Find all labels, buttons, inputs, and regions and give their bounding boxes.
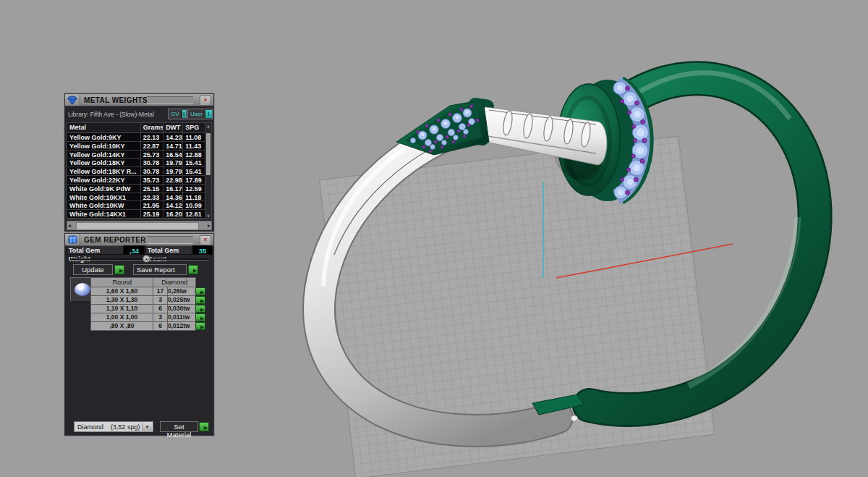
metal-cell: Yellow Gold:10KY (67, 142, 141, 150)
gem-size-slider[interactable]: ▴ (70, 258, 209, 261)
metal-cell: Yellow Gold:14KY (67, 151, 141, 159)
metal-cell: 21.95 (141, 201, 163, 209)
gc-size: ,80 X ,80 (91, 322, 153, 330)
scroll-right-icon[interactable]: ▸ (208, 221, 210, 229)
metal-cell: 30.78 (141, 167, 163, 175)
metal-table-row[interactable]: Yellow Gold:14KY25.7316.5412.88 (67, 151, 208, 159)
metal-table: Metal Grams DWT SPG Yellow Gold:9KY22.13… (67, 122, 208, 219)
metal-table-row[interactable]: Yellow Gold:22KY35.7322.9817.89 (67, 176, 208, 185)
metal-table-row[interactable]: White Gold:10KW21.9514.1210.99 (67, 201, 208, 210)
scroll-down-icon[interactable]: ∨ (205, 213, 211, 218)
metal-cell: 11.43 (183, 142, 208, 150)
metal-cell: 16.20 (163, 210, 183, 218)
gem-table-row[interactable]: 1,10 X 1,1060,030tw▶ (90, 304, 196, 313)
metal-table-row[interactable]: White Gold:14K PdW28.7018.4614.37 (67, 219, 208, 219)
gc-count: 17 (153, 287, 168, 295)
gem-table-rows: 1,60 X 1,60170,26tw▶1,30 X 1,3030,025tw▶… (90, 287, 196, 331)
save-report-button[interactable]: Save Report (133, 264, 187, 275)
gc-weight: 0,030tw (168, 305, 187, 313)
metal-table-row[interactable]: White Gold:10KX122.3314.3611.18 (67, 193, 208, 202)
gem-row-apply-button[interactable]: ▶ (195, 313, 205, 321)
gc-count: 6 (153, 322, 168, 330)
scroll-up-icon[interactable]: ∧ (205, 124, 211, 129)
metal-table-vscrollbar[interactable]: ∧ ∨ (205, 122, 212, 219)
metal-cell: Yellow Gold:18KY R... (67, 167, 141, 175)
metal-table-row[interactable]: Yellow Gold:18KY R...30.7819.7915.41 (67, 167, 208, 176)
gc-weight: 0,025tw (168, 296, 187, 304)
metal-cell: 30.78 (141, 159, 163, 166)
gem-reporter-titlebar[interactable]: GEM REPORTER × (65, 234, 213, 246)
gem-table-row[interactable]: 1,30 X 1,3030,025tw▶ (90, 295, 196, 304)
user-library-toggle[interactable]: User I (187, 109, 213, 119)
metal-cell: 25.15 (141, 185, 163, 193)
titlebar-grip (147, 96, 193, 104)
dropdown-arrow-icon[interactable]: ▼ (142, 423, 152, 431)
material-dropdown[interactable]: Diamond (3,52 spg) ▼ (74, 421, 153, 432)
metal-cell: 22.13 (141, 133, 163, 141)
gc-weight: 0,011tw (168, 313, 187, 321)
metal-cell: 10.99 (183, 201, 208, 209)
metal-table-hscrollbar[interactable]: ◂ ▸ (67, 221, 212, 230)
metal-cell: 17.89 (183, 176, 208, 184)
metal-table-row[interactable]: White Gold:9K PdW25.1516.1712.59 (67, 185, 208, 193)
metal-cell: Yellow Gold:22KY (67, 176, 141, 184)
metal-cell: 16.54 (163, 151, 183, 159)
app-screen: METAL WEIGHTS × Library: Fifth Ave - (Sl… (0, 0, 868, 477)
gv-toggle-indicator[interactable]: I (182, 110, 186, 118)
panel-title: METAL WEIGHTS (80, 96, 148, 104)
total-gem-weight-value: ,34 (124, 245, 145, 255)
metal-cell: Yellow Gold:9KY (67, 133, 141, 141)
close-icon[interactable]: × (200, 235, 211, 245)
metal-cell: 15.41 (183, 159, 208, 166)
metal-cell: White Gold:14KX1 (67, 210, 141, 218)
metal-cell: 14.71 (163, 142, 183, 150)
metal-cell: 19.79 (163, 159, 183, 166)
metal-weights-panel: METAL WEIGHTS × Library: Fifth Ave - (Sl… (64, 93, 215, 232)
gem-row-apply-button[interactable]: ▶ (195, 322, 205, 330)
set-material-button[interactable]: Set Material (160, 421, 198, 432)
scroll-left-icon[interactable]: ◂ (68, 221, 71, 229)
user-toggle-indicator[interactable]: I (205, 110, 212, 118)
gem-table-row[interactable]: 1,00 X 1,0030,011tw▶ (90, 313, 196, 321)
metal-cell: 22.98 (163, 176, 183, 184)
gem-table-header: Round Diamond (90, 277, 196, 287)
gc-weight: 0,26tw (168, 287, 187, 295)
save-report-run-button[interactable]: ▶ (188, 265, 198, 274)
metal-table-row[interactable]: Yellow Gold:9KY22.1314.2311.08 (67, 133, 208, 142)
gem-table-row[interactable]: ,80 X ,8060,012tw▶ (90, 321, 196, 331)
gem-table: Round Diamond 1,60 X 1,60170,26tw▶1,30 X… (90, 277, 196, 331)
slider-knob[interactable]: ▴ (142, 255, 150, 263)
gc-count: 3 (153, 313, 168, 321)
update-button[interactable]: Update (73, 264, 113, 275)
metal-cell: 16.17 (163, 185, 183, 193)
gem-row-apply-button[interactable]: ▶ (195, 287, 205, 295)
metal-cell: Yellow Gold:18KY (67, 159, 141, 166)
total-gem-count-value: 35 (192, 245, 213, 255)
metal-weights-titlebar[interactable]: METAL WEIGHTS × (65, 94, 213, 106)
metal-weights-icon (65, 94, 80, 106)
metal-cell: 14.37 (183, 219, 208, 219)
metal-cell: 11.08 (183, 133, 208, 141)
gv-library-toggle[interactable]: GV I (168, 109, 187, 119)
update-run-button[interactable]: ▶ (114, 265, 124, 274)
metal-cell: 25.73 (141, 151, 163, 159)
metal-table-row[interactable]: Yellow Gold:18KY30.7819.7915.41 (67, 159, 208, 167)
metal-cell: 14.36 (163, 193, 183, 201)
gc-size: 1,60 X 1,60 (91, 287, 153, 295)
gem-row-apply-button[interactable]: ▶ (195, 305, 205, 313)
metal-cell: 19.79 (163, 167, 183, 175)
hscroll-thumb[interactable] (76, 222, 199, 230)
close-icon[interactable]: × (200, 96, 211, 106)
gem-row-apply-button[interactable]: ▶ (195, 296, 205, 304)
metal-cell: White Gold:9K PdW (67, 185, 141, 193)
metal-table-row[interactable]: White Gold:14KX125.1916.2012.61 (67, 210, 208, 219)
gc-count: 6 (153, 305, 168, 313)
gc-size: 1,30 X 1,30 (91, 296, 153, 304)
metal-cell: 15.41 (183, 167, 208, 175)
gc-weight: 0,012tw (168, 322, 187, 330)
gem-table-row[interactable]: 1,60 X 1,60170,26tw▶ (90, 287, 196, 295)
set-material-run-button[interactable]: ▶ (199, 422, 209, 431)
metal-table-row[interactable]: Yellow Gold:10KY22.8714.7111.43 (67, 142, 208, 151)
vscroll-thumb[interactable] (206, 133, 210, 175)
metal-cell: 14.12 (163, 201, 183, 209)
